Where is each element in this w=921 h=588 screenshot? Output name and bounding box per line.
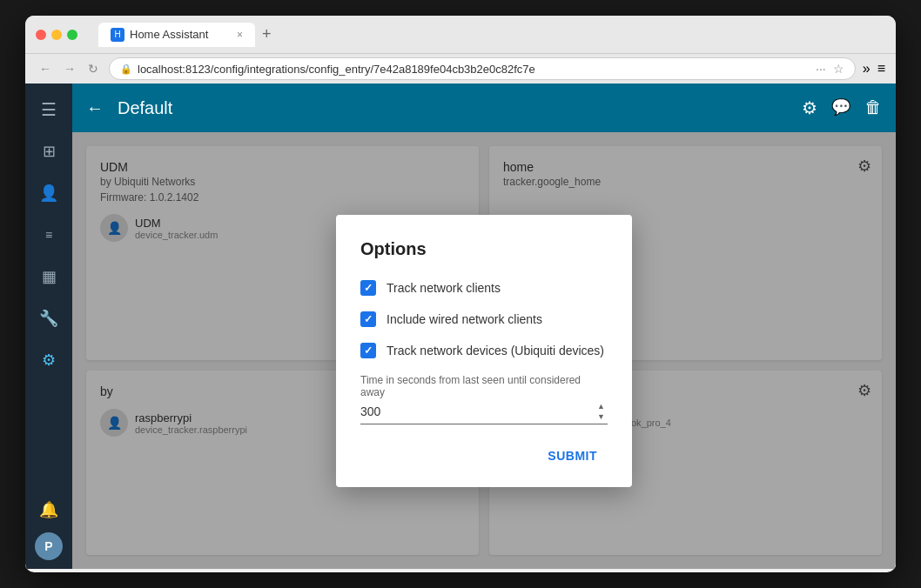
submit-button[interactable]: SUBMIT: [537, 442, 608, 470]
bookmark-icon[interactable]: ☆: [833, 62, 844, 76]
ha-main: ← Default ⚙ 💬 🗑 UDM by Ubiquiti Networks…: [72, 84, 896, 569]
browser-tab[interactable]: H Home Assistant ×: [98, 23, 255, 47]
lock-icon: 🔒: [120, 63, 132, 75]
reload-nav-button[interactable]: ↻: [84, 60, 102, 77]
browser-body: ☰ ⊞ 👤 ≡ ▦ 🔧 ⚙ 🔔 P ← Default ⚙ 💬 🗑: [25, 84, 896, 569]
checkbox-label-track-devices: Track network devices (Ubiquiti devices): [387, 344, 604, 357]
header-actions: ⚙ 💬 🗑: [802, 97, 882, 118]
sidebar-item-history[interactable]: ▦: [30, 257, 68, 296]
maximize-traffic-light[interactable]: [67, 30, 77, 40]
options-modal: Options Track network clients Include wi…: [336, 215, 632, 487]
tab-title: Home Assistant: [130, 28, 208, 41]
sidebar-item-persons[interactable]: 👤: [30, 174, 68, 212]
browser-menu-icon[interactable]: ≡: [877, 61, 885, 77]
extensions-icon[interactable]: »: [863, 61, 871, 77]
tab-close-button[interactable]: ×: [237, 29, 243, 41]
forward-nav-button[interactable]: →: [60, 60, 79, 77]
header-title: Default: [118, 98, 788, 118]
checkbox-row-track-devices: Track network devices (Ubiquiti devices): [360, 343, 608, 358]
time-input[interactable]: [360, 404, 595, 418]
header-chat-icon[interactable]: 💬: [831, 97, 850, 118]
minimize-traffic-light[interactable]: [51, 30, 62, 40]
more-options-icon[interactable]: ···: [816, 62, 826, 76]
header-delete-icon[interactable]: 🗑: [864, 97, 882, 118]
checkbox-label-wired-clients: Include wired network clients: [387, 312, 542, 326]
close-traffic-light[interactable]: [36, 30, 46, 40]
checkbox-wired-clients[interactable]: [360, 311, 376, 327]
header-settings-icon[interactable]: ⚙: [802, 97, 817, 118]
checkbox-row-track-clients: Track network clients: [360, 280, 608, 296]
time-spinner-down[interactable]: ▼: [595, 412, 608, 422]
sidebar-menu-icon[interactable]: ☰: [30, 90, 68, 129]
address-bar[interactable]: 🔒 localhost:8123/config/integrations/con…: [109, 57, 856, 80]
ha-header: ← Default ⚙ 💬 🗑: [72, 84, 896, 132]
sidebar-item-tools[interactable]: 🔧: [30, 299, 68, 337]
time-spinner-up[interactable]: ▲: [595, 402, 608, 411]
sidebar-item-dashboard[interactable]: ⊞: [30, 132, 68, 170]
tab-bar: H Home Assistant × +: [98, 23, 279, 47]
sidebar-item-notifications[interactable]: 🔔: [30, 491, 68, 529]
time-input-wrapper: ▲ ▼: [360, 402, 608, 424]
url-text: localhost:8123/config/integrations/confi…: [138, 63, 535, 76]
ha-sidebar: ☰ ⊞ 👤 ≡ ▦ 🔧 ⚙ 🔔 P: [25, 84, 72, 569]
tab-favicon: H: [111, 28, 124, 42]
time-form-group: Time in seconds from last seen until con…: [360, 374, 608, 424]
modal-overlay: Options Track network clients Include wi…: [72, 132, 896, 569]
sidebar-avatar[interactable]: P: [35, 532, 63, 560]
ha-content: UDM by Ubiquiti Networks Firmware: 1.0.2…: [72, 132, 896, 569]
modal-footer: SUBMIT: [360, 442, 608, 470]
modal-title: Options: [360, 239, 608, 259]
header-back-button[interactable]: ←: [86, 98, 104, 118]
back-nav-button[interactable]: ←: [36, 60, 55, 77]
browser-titlebar: H Home Assistant × +: [25, 16, 896, 54]
checkbox-track-devices[interactable]: [360, 343, 376, 358]
checkbox-track-clients[interactable]: [360, 280, 376, 296]
time-label: Time in seconds from last seen until con…: [360, 374, 608, 398]
checkbox-label-track-clients: Track network clients: [387, 281, 501, 295]
time-spinners: ▲ ▼: [595, 402, 608, 422]
nav-buttons: ← → ↻: [36, 60, 102, 77]
traffic-lights: [36, 30, 77, 40]
address-actions: ··· ☆: [816, 62, 844, 76]
new-tab-button[interactable]: +: [255, 25, 279, 43]
sidebar-item-settings[interactable]: ⚙: [30, 341, 68, 379]
checkbox-row-wired-clients: Include wired network clients: [360, 311, 608, 327]
sidebar-item-logbook[interactable]: ≡: [30, 216, 68, 254]
address-bar-row: ← → ↻ 🔒 localhost:8123/config/integratio…: [25, 54, 896, 84]
